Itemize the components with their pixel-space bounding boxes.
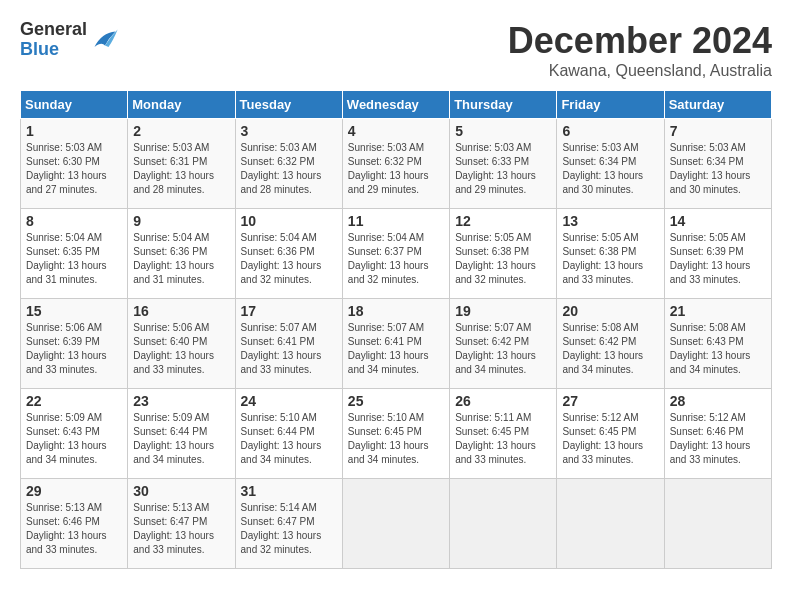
- day-info: Sunrise: 5:03 AMSunset: 6:32 PMDaylight:…: [241, 141, 337, 197]
- day-number: 8: [26, 213, 122, 229]
- day-info: Sunrise: 5:14 AMSunset: 6:47 PMDaylight:…: [241, 501, 337, 557]
- table-row: 15Sunrise: 5:06 AMSunset: 6:39 PMDayligh…: [21, 299, 128, 389]
- day-info: Sunrise: 5:03 AMSunset: 6:32 PMDaylight:…: [348, 141, 444, 197]
- logo: General Blue: [20, 20, 119, 60]
- calendar-table: Sunday Monday Tuesday Wednesday Thursday…: [20, 90, 772, 569]
- day-number: 15: [26, 303, 122, 319]
- day-info: Sunrise: 5:11 AMSunset: 6:45 PMDaylight:…: [455, 411, 551, 467]
- table-row: 10Sunrise: 5:04 AMSunset: 6:36 PMDayligh…: [235, 209, 342, 299]
- table-row: 8Sunrise: 5:04 AMSunset: 6:35 PMDaylight…: [21, 209, 128, 299]
- col-thursday: Thursday: [450, 91, 557, 119]
- day-info: Sunrise: 5:04 AMSunset: 6:36 PMDaylight:…: [241, 231, 337, 287]
- day-info: Sunrise: 5:03 AMSunset: 6:33 PMDaylight:…: [455, 141, 551, 197]
- day-number: 11: [348, 213, 444, 229]
- day-number: 12: [455, 213, 551, 229]
- table-row: 17Sunrise: 5:07 AMSunset: 6:41 PMDayligh…: [235, 299, 342, 389]
- table-row: 26Sunrise: 5:11 AMSunset: 6:45 PMDayligh…: [450, 389, 557, 479]
- day-info: Sunrise: 5:04 AMSunset: 6:35 PMDaylight:…: [26, 231, 122, 287]
- day-number: 3: [241, 123, 337, 139]
- day-info: Sunrise: 5:10 AMSunset: 6:45 PMDaylight:…: [348, 411, 444, 467]
- table-row: 31Sunrise: 5:14 AMSunset: 6:47 PMDayligh…: [235, 479, 342, 569]
- table-row: 29Sunrise: 5:13 AMSunset: 6:46 PMDayligh…: [21, 479, 128, 569]
- table-row: 28Sunrise: 5:12 AMSunset: 6:46 PMDayligh…: [664, 389, 771, 479]
- day-info: Sunrise: 5:10 AMSunset: 6:44 PMDaylight:…: [241, 411, 337, 467]
- day-number: 14: [670, 213, 766, 229]
- day-number: 13: [562, 213, 658, 229]
- table-row: 24Sunrise: 5:10 AMSunset: 6:44 PMDayligh…: [235, 389, 342, 479]
- table-row: [450, 479, 557, 569]
- day-info: Sunrise: 5:07 AMSunset: 6:42 PMDaylight:…: [455, 321, 551, 377]
- day-info: Sunrise: 5:04 AMSunset: 6:37 PMDaylight:…: [348, 231, 444, 287]
- day-number: 2: [133, 123, 229, 139]
- day-number: 20: [562, 303, 658, 319]
- day-info: Sunrise: 5:04 AMSunset: 6:36 PMDaylight:…: [133, 231, 229, 287]
- calendar-week-row: 1Sunrise: 5:03 AMSunset: 6:30 PMDaylight…: [21, 119, 772, 209]
- calendar-week-row: 29Sunrise: 5:13 AMSunset: 6:46 PMDayligh…: [21, 479, 772, 569]
- col-saturday: Saturday: [664, 91, 771, 119]
- logo-blue: Blue: [20, 40, 87, 60]
- day-number: 26: [455, 393, 551, 409]
- calendar-week-row: 15Sunrise: 5:06 AMSunset: 6:39 PMDayligh…: [21, 299, 772, 389]
- col-tuesday: Tuesday: [235, 91, 342, 119]
- day-number: 16: [133, 303, 229, 319]
- day-number: 21: [670, 303, 766, 319]
- day-number: 29: [26, 483, 122, 499]
- day-number: 18: [348, 303, 444, 319]
- table-row: 2Sunrise: 5:03 AMSunset: 6:31 PMDaylight…: [128, 119, 235, 209]
- table-row: 16Sunrise: 5:06 AMSunset: 6:40 PMDayligh…: [128, 299, 235, 389]
- col-monday: Monday: [128, 91, 235, 119]
- table-row: 12Sunrise: 5:05 AMSunset: 6:38 PMDayligh…: [450, 209, 557, 299]
- day-number: 27: [562, 393, 658, 409]
- day-number: 28: [670, 393, 766, 409]
- calendar-week-row: 8Sunrise: 5:04 AMSunset: 6:35 PMDaylight…: [21, 209, 772, 299]
- day-number: 17: [241, 303, 337, 319]
- day-number: 24: [241, 393, 337, 409]
- day-info: Sunrise: 5:08 AMSunset: 6:42 PMDaylight:…: [562, 321, 658, 377]
- day-number: 30: [133, 483, 229, 499]
- table-row: 27Sunrise: 5:12 AMSunset: 6:45 PMDayligh…: [557, 389, 664, 479]
- logo-text: General Blue: [20, 20, 87, 60]
- day-info: Sunrise: 5:13 AMSunset: 6:47 PMDaylight:…: [133, 501, 229, 557]
- day-info: Sunrise: 5:03 AMSunset: 6:34 PMDaylight:…: [562, 141, 658, 197]
- day-number: 7: [670, 123, 766, 139]
- table-row: 25Sunrise: 5:10 AMSunset: 6:45 PMDayligh…: [342, 389, 449, 479]
- title-area: December 2024 Kawana, Queensland, Austra…: [508, 20, 772, 80]
- main-title: December 2024: [508, 20, 772, 62]
- table-row: 4Sunrise: 5:03 AMSunset: 6:32 PMDaylight…: [342, 119, 449, 209]
- day-info: Sunrise: 5:07 AMSunset: 6:41 PMDaylight:…: [241, 321, 337, 377]
- day-info: Sunrise: 5:05 AMSunset: 6:39 PMDaylight:…: [670, 231, 766, 287]
- table-row: 22Sunrise: 5:09 AMSunset: 6:43 PMDayligh…: [21, 389, 128, 479]
- day-info: Sunrise: 5:12 AMSunset: 6:45 PMDaylight:…: [562, 411, 658, 467]
- table-row: 3Sunrise: 5:03 AMSunset: 6:32 PMDaylight…: [235, 119, 342, 209]
- page-header: General Blue December 2024 Kawana, Queen…: [20, 20, 772, 80]
- day-number: 10: [241, 213, 337, 229]
- table-row: 13Sunrise: 5:05 AMSunset: 6:38 PMDayligh…: [557, 209, 664, 299]
- table-row: 7Sunrise: 5:03 AMSunset: 6:34 PMDaylight…: [664, 119, 771, 209]
- subtitle: Kawana, Queensland, Australia: [508, 62, 772, 80]
- day-info: Sunrise: 5:05 AMSunset: 6:38 PMDaylight:…: [562, 231, 658, 287]
- col-sunday: Sunday: [21, 91, 128, 119]
- day-info: Sunrise: 5:07 AMSunset: 6:41 PMDaylight:…: [348, 321, 444, 377]
- table-row: 21Sunrise: 5:08 AMSunset: 6:43 PMDayligh…: [664, 299, 771, 389]
- day-number: 19: [455, 303, 551, 319]
- day-info: Sunrise: 5:03 AMSunset: 6:30 PMDaylight:…: [26, 141, 122, 197]
- day-info: Sunrise: 5:03 AMSunset: 6:34 PMDaylight:…: [670, 141, 766, 197]
- table-row: [664, 479, 771, 569]
- table-row: [342, 479, 449, 569]
- col-friday: Friday: [557, 91, 664, 119]
- day-number: 31: [241, 483, 337, 499]
- table-row: [557, 479, 664, 569]
- col-wednesday: Wednesday: [342, 91, 449, 119]
- day-number: 6: [562, 123, 658, 139]
- day-number: 25: [348, 393, 444, 409]
- day-info: Sunrise: 5:08 AMSunset: 6:43 PMDaylight:…: [670, 321, 766, 377]
- table-row: 5Sunrise: 5:03 AMSunset: 6:33 PMDaylight…: [450, 119, 557, 209]
- day-number: 1: [26, 123, 122, 139]
- day-number: 5: [455, 123, 551, 139]
- table-row: 6Sunrise: 5:03 AMSunset: 6:34 PMDaylight…: [557, 119, 664, 209]
- table-row: 9Sunrise: 5:04 AMSunset: 6:36 PMDaylight…: [128, 209, 235, 299]
- day-info: Sunrise: 5:09 AMSunset: 6:44 PMDaylight:…: [133, 411, 229, 467]
- table-row: 18Sunrise: 5:07 AMSunset: 6:41 PMDayligh…: [342, 299, 449, 389]
- day-info: Sunrise: 5:12 AMSunset: 6:46 PMDaylight:…: [670, 411, 766, 467]
- table-row: 30Sunrise: 5:13 AMSunset: 6:47 PMDayligh…: [128, 479, 235, 569]
